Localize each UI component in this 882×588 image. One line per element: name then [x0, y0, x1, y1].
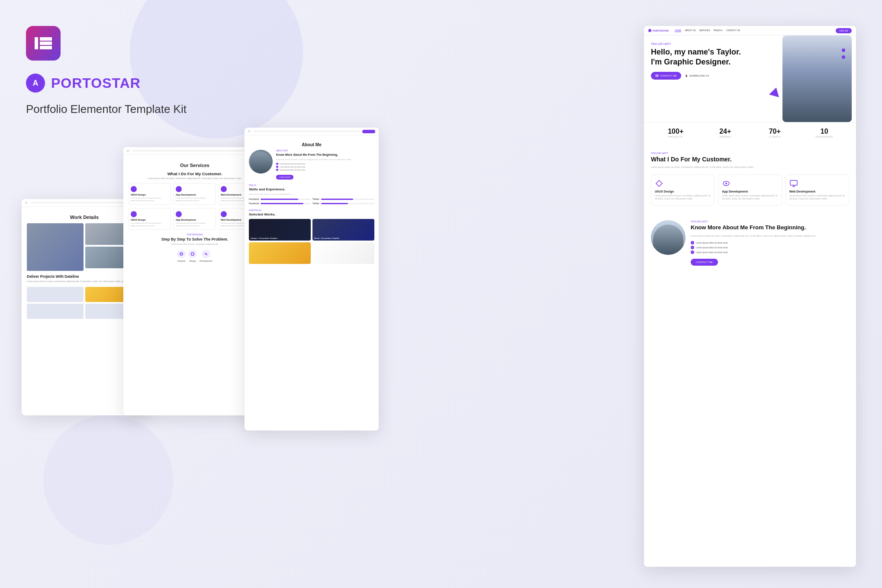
diamond-icon — [655, 179, 663, 188]
check-dot-1 — [276, 163, 278, 165]
service-icon-3 — [221, 186, 227, 192]
skill-item-2: Twitter — [312, 198, 374, 200]
skill-bar-wrap-1 — [261, 199, 311, 200]
nav-link-about[interactable]: ABOUT US — [685, 29, 695, 32]
service-title-2: App Development — [176, 193, 214, 196]
service-title-5: App Development — [176, 218, 214, 221]
nav-dot — [25, 202, 27, 204]
elementor-logo-svg — [33, 33, 54, 54]
skill-bar-fill-1 — [261, 199, 298, 200]
m4-contact-btn[interactable]: CONTACT ME — [651, 72, 681, 80]
km-check-2: ✓ Lorem ipsum dolor sit amet const — [691, 246, 849, 249]
step-label-1: Analysis — [177, 260, 186, 262]
nav-link-home[interactable]: HOME — [675, 29, 681, 32]
what-label: TAYLOR HATT — [651, 152, 849, 154]
step-label-2: Design — [188, 260, 197, 262]
bg-decoration-circle-2 — [43, 415, 173, 545]
svg-rect-0 — [35, 37, 38, 49]
km-text: Lorem ipsum dolor sit amet, consectetur … — [691, 234, 849, 238]
works-label: PORTFOLIO — [249, 209, 374, 212]
service-text-2: Lorem ipsum dolor sit amet consectetur a… — [176, 197, 214, 202]
km-check-icon-3: ✓ — [691, 251, 694, 254]
service-text-4: Lorem ipsum dolor sit amet consectetur a… — [131, 222, 169, 227]
what-services-row: UI/UX Design Lorem ipsum dolor sit amet,… — [651, 174, 849, 206]
stat-label-awards: AWARDS — [701, 135, 750, 138]
km-cta-btn[interactable]: CONTACT ME — [691, 259, 718, 266]
nav-link-services[interactable]: SERVICES — [699, 29, 710, 32]
km-label: TAYLOR HATT — [691, 220, 849, 223]
skill-item-4: Twitter — [312, 202, 374, 205]
skill-platform-4: Twitter — [312, 202, 319, 205]
what-service-text-3: Lorem ipsum dolor sit amet, consectetur … — [789, 194, 845, 201]
m4-km-content: TAYLOR HATT Know More About Me From The … — [691, 220, 849, 266]
stat-num-awards: 24+ — [701, 128, 750, 135]
service-card-4: UI/UX Design Lorem ipsum dolor sit amet … — [129, 208, 171, 230]
check-dot-2 — [276, 166, 278, 168]
m4-km-avatar — [651, 220, 686, 255]
m4-navbar: PORTOSTAR HOME ABOUT US SERVICES PAGES ▾… — [644, 26, 856, 35]
skill-item-3: Facebook — [249, 202, 311, 205]
mockup-main-portfolio: PORTOSTAR HOME ABOUT US SERVICES PAGES ▾… — [644, 26, 856, 567]
m4-logo-dot — [648, 29, 651, 32]
work-thumb-2: Bravel - Presentation Template — [312, 219, 374, 241]
nav-link-pages[interactable]: PAGES ▾ — [714, 29, 723, 32]
m4-hero-person-image — [782, 35, 852, 122]
m4-hero-decoration-dots — [842, 48, 845, 59]
m4-what-section: TAYLOR HATT What I Do For My Customer. L… — [644, 146, 856, 212]
monitor-icon — [789, 179, 798, 188]
service-title-4: UI/UX Design — [131, 218, 169, 221]
service-card-5: App Development Lorem ipsum dolor sit am… — [174, 208, 216, 230]
what-service-title-1: UI/UX Design — [655, 190, 711, 193]
design-icon — [190, 252, 195, 256]
skill-bar-wrap-2 — [321, 199, 374, 200]
skill-bar-fill-4 — [321, 203, 348, 204]
services-grid-top: UI/UX Design Lorem ipsum dolor sit amet … — [129, 183, 261, 205]
nav-line — [132, 150, 248, 151]
stat-num-clients: 70+ — [750, 128, 800, 135]
nav-line — [31, 202, 129, 203]
step-icon-2 — [188, 250, 197, 258]
m4-hire-btn[interactable]: HIRE ME — [836, 28, 852, 33]
skill-bar-fill-2 — [321, 199, 353, 200]
learn-more-btn[interactable]: LEARN MORE — [276, 175, 293, 180]
nav-link-contact[interactable]: CONTACT US — [726, 29, 740, 32]
process-steps: Analysis Design De — [129, 250, 261, 262]
m4-stat-projects: 100+ PROJECTS — [651, 128, 701, 138]
skill-bar-wrap-3 — [261, 203, 311, 204]
km-checklist: ✓ Lorem ipsum dolor sit amet const ✓ Lor… — [691, 241, 849, 254]
km-check-1: ✓ Lorem ipsum dolor sit amet const — [691, 241, 849, 244]
service-icon-2 — [176, 186, 182, 192]
nav-dot — [248, 130, 250, 132]
work-thumb-3 — [249, 242, 311, 264]
service-title-1: UI/UX Design — [131, 193, 169, 196]
services-heading: Our Services — [129, 163, 261, 168]
bottom-img-1 — [27, 287, 84, 302]
step-icon-3 — [202, 250, 210, 258]
what-service-card-1: UI/UX Design Lorem ipsum dolor sit amet,… — [651, 174, 715, 206]
left-panel: A PORTOSTAR Portfolio Elementor Template… — [26, 26, 221, 117]
work-img-team — [27, 223, 84, 271]
services-hero-sub: Lorem ipsum dolor sit amet, consectetur … — [129, 177, 261, 180]
skills-title: Skills and Experience. — [249, 187, 374, 191]
stat-num-experience: 10 — [800, 128, 850, 135]
what-text: Lorem ipsum dolor sit amet, consectetur … — [651, 165, 849, 169]
stat-label-clients: CLIENTS — [750, 135, 800, 138]
m4-logo: PORTOSTAR — [648, 29, 669, 32]
km-check-icon-2: ✓ — [691, 246, 694, 249]
about-checklist: Lorem ipsum dolor sit amet const Lorem i… — [276, 163, 374, 171]
elementor-icon — [26, 26, 61, 61]
what-service-icon-3 — [789, 179, 798, 188]
m4-cv-btn[interactable]: DOWNLOAD CV — [685, 74, 709, 77]
m4-know-more-section: TAYLOR HATT Know More About Me From The … — [644, 214, 856, 272]
svg-rect-3 — [40, 46, 52, 49]
m4-stat-awards: 24+ AWARDS — [701, 128, 750, 138]
mockup-about: About Me ABOUT HATT Know More About Me F… — [245, 128, 379, 431]
about-sub-label: ABOUT HATT — [276, 150, 374, 152]
services-grid-bottom: UI/UX Design Lorem ipsum dolor sit amet … — [129, 208, 261, 230]
contact-icon — [655, 74, 659, 77]
nav-btn — [362, 130, 375, 133]
svg-rect-1 — [40, 37, 52, 41]
nav-dot — [127, 150, 129, 152]
check-dot-3 — [276, 169, 278, 171]
analysis-icon — [179, 252, 183, 256]
